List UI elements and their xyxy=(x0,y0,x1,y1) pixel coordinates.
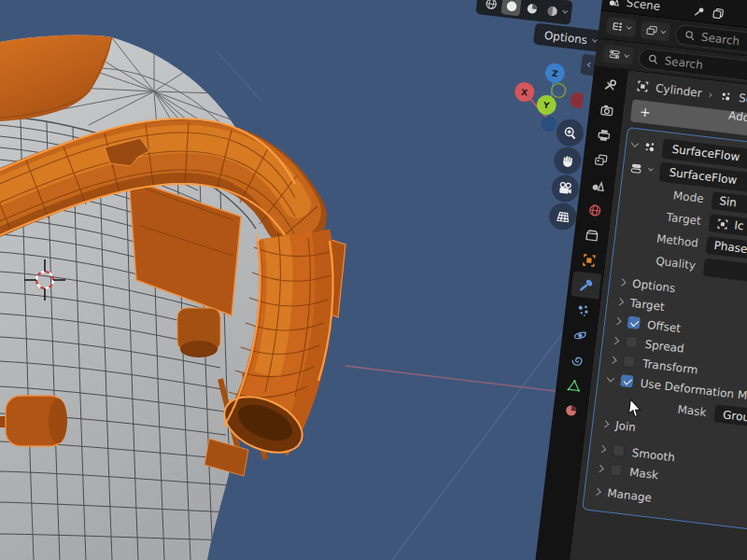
tab-particles[interactable] xyxy=(568,296,599,324)
spread-checkbox[interactable] xyxy=(625,335,638,348)
scene-properties-icon xyxy=(589,176,606,193)
chevron-right-icon xyxy=(612,336,619,343)
scene-name[interactable]: Scene xyxy=(626,0,661,13)
tab-object-data[interactable] xyxy=(558,371,589,399)
modifier-name: SurfaceFlow xyxy=(669,166,738,188)
search-placeholder: Search xyxy=(664,54,704,72)
gizmo-axis-x[interactable]: X xyxy=(514,81,535,103)
object-icon xyxy=(636,79,651,94)
tab-output[interactable] xyxy=(588,120,619,148)
tab-physics[interactable] xyxy=(564,321,595,349)
object-icon xyxy=(716,217,729,231)
tab-collection[interactable] xyxy=(576,221,607,249)
gizmo-axis-z[interactable]: Z xyxy=(544,63,566,84)
view-layer-icon xyxy=(592,151,609,168)
modifier-stack-icon[interactable] xyxy=(628,161,644,176)
breadcrumb-object: Cylinder xyxy=(655,81,702,100)
add-label: Add xyxy=(727,109,747,125)
chevron-right-icon xyxy=(601,420,609,427)
tab-tool[interactable] xyxy=(594,71,625,99)
search-icon xyxy=(647,53,659,65)
chevron-right-icon xyxy=(599,444,606,452)
chevron-right-icon xyxy=(609,356,616,363)
surfaceflow-dots-icon xyxy=(642,139,658,155)
tab-constraints[interactable] xyxy=(561,346,592,374)
tab-scene[interactable] xyxy=(583,171,613,199)
chevron-right-icon xyxy=(618,278,626,286)
surfaceflow-dots-icon xyxy=(718,89,733,104)
chevron-right-icon xyxy=(596,464,603,471)
search-icon xyxy=(684,29,697,41)
shading-dropdown-icon[interactable] xyxy=(563,8,569,14)
tab-world[interactable] xyxy=(579,196,610,224)
chevron-down-icon[interactable] xyxy=(631,139,639,147)
scene-icon xyxy=(607,0,620,7)
chevron-down-icon xyxy=(661,28,667,34)
chevron-down-icon xyxy=(627,24,632,30)
particles-icon xyxy=(574,301,591,318)
field-label: Quality xyxy=(613,249,705,273)
transform-checkbox[interactable] xyxy=(623,355,636,368)
gizmo-axis-neg-z[interactable] xyxy=(540,115,557,133)
chevron-down-icon[interactable] xyxy=(648,166,654,172)
material-preview-icon[interactable] xyxy=(521,0,542,19)
search-placeholder: Search xyxy=(700,30,740,48)
outliner-display-mode-dropdown[interactable] xyxy=(606,17,637,38)
render-icon xyxy=(599,102,615,119)
outliner-tree-icon xyxy=(611,20,624,33)
tab-object[interactable] xyxy=(573,245,604,273)
tab-material[interactable] xyxy=(556,396,586,424)
editor-type-dropdown[interactable] xyxy=(602,44,634,65)
physics-icon xyxy=(571,327,588,343)
modifiers-wrench-icon xyxy=(577,276,594,293)
use-deformation-mask-checkbox[interactable] xyxy=(620,374,633,387)
breadcrumb-separator: › xyxy=(708,88,713,101)
plus-icon: + xyxy=(639,104,652,119)
world-icon xyxy=(586,202,603,218)
output-printer-icon xyxy=(596,127,613,144)
solid-icon[interactable] xyxy=(500,0,521,16)
object-data-icon xyxy=(566,377,583,394)
constraints-icon xyxy=(569,352,585,369)
svg-text:X: X xyxy=(521,88,529,98)
chevron-down-icon xyxy=(607,374,614,382)
rendered-icon[interactable] xyxy=(542,0,562,21)
chevron-left-icon xyxy=(586,63,592,68)
mouse-cursor xyxy=(627,399,643,419)
mask-checkbox[interactable] xyxy=(610,463,623,476)
smooth-checkbox[interactable] xyxy=(612,444,625,457)
chevron-right-icon xyxy=(616,298,624,305)
collection-icon xyxy=(584,227,600,244)
filter-images-icon xyxy=(645,24,658,37)
new-scene-copy-icon[interactable] xyxy=(711,7,726,21)
tab-modifiers[interactable] xyxy=(571,271,601,299)
flow-name: SurfaceFlow xyxy=(671,143,740,164)
chevron-right-icon xyxy=(593,487,600,495)
tool-icon xyxy=(601,77,618,93)
chevron-right-icon xyxy=(613,316,621,324)
outliner-filter-dropdown[interactable] xyxy=(640,21,670,42)
wireframe-icon[interactable] xyxy=(481,0,501,14)
chevron-down-icon xyxy=(624,52,629,58)
offset-checkbox[interactable] xyxy=(627,315,641,329)
material-icon xyxy=(562,401,579,418)
pin-icon[interactable] xyxy=(692,5,705,18)
tab-render[interactable] xyxy=(591,95,622,123)
gizmo-axis-y[interactable]: Y xyxy=(536,94,557,116)
properties-editor-icon xyxy=(607,48,621,62)
object-properties-icon xyxy=(581,252,598,269)
tab-view-layer[interactable] xyxy=(585,146,616,174)
